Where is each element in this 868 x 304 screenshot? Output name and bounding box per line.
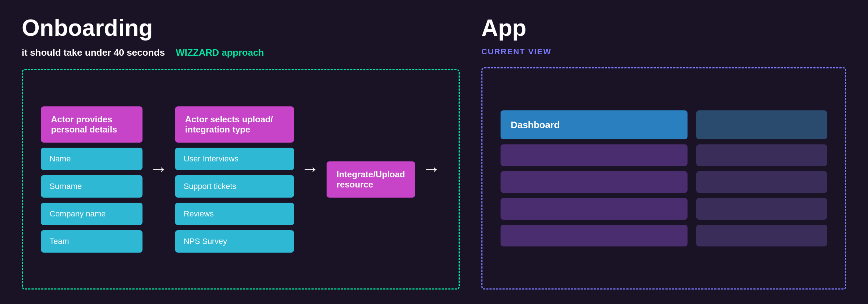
step3-header: Integrate/Upload resource bbox=[327, 161, 415, 198]
app-item-3 bbox=[501, 198, 688, 220]
subtitle-text: it should take under 40 seconds bbox=[22, 47, 165, 58]
wizzard-text: WIZZARD approach bbox=[176, 47, 264, 58]
app-right-item-1 bbox=[696, 144, 827, 166]
app-right-item-3 bbox=[696, 198, 827, 220]
app-item-2 bbox=[501, 171, 688, 193]
app-item-4 bbox=[501, 225, 688, 246]
app-right-top bbox=[696, 110, 827, 139]
app-left-col: Dashboard bbox=[501, 110, 688, 246]
flow-steps: Actor provides personal details Name Sur… bbox=[41, 106, 441, 253]
app-section: App CURRENT VIEW Dashboard bbox=[481, 14, 846, 290]
onboarding-flow-box: Actor provides personal details Name Sur… bbox=[22, 69, 460, 290]
dashboard-box: Dashboard bbox=[501, 110, 688, 139]
app-content: Dashboard bbox=[501, 110, 827, 246]
app-title: App bbox=[481, 14, 846, 41]
app-right-item-2 bbox=[696, 171, 827, 193]
app-right-item-4 bbox=[696, 225, 827, 246]
arrow1: → bbox=[150, 158, 168, 179]
app-item-1 bbox=[501, 144, 688, 166]
current-view-label: CURRENT VIEW bbox=[481, 47, 846, 56]
arrow3: → bbox=[422, 158, 441, 179]
step1-item-company: Company name bbox=[41, 203, 142, 225]
step2-item-nps: NPS Survey bbox=[175, 230, 294, 253]
app-right-col bbox=[696, 110, 827, 246]
main-container: Onboarding it should take under 40 secon… bbox=[0, 0, 868, 304]
arrow2: → bbox=[301, 158, 319, 179]
step1-item-surname: Surname bbox=[41, 175, 142, 198]
step1-header: Actor provides personal details bbox=[41, 106, 142, 143]
subtitle-row: it should take under 40 seconds WIZZARD … bbox=[22, 47, 460, 58]
step2-column: Actor selects upload/ integration type U… bbox=[175, 106, 294, 253]
onboarding-section: Onboarding it should take under 40 secon… bbox=[22, 14, 460, 290]
step2-item-interviews: User Interviews bbox=[175, 148, 294, 170]
step2-header: Actor selects upload/ integration type bbox=[175, 106, 294, 143]
step1-item-team: Team bbox=[41, 230, 142, 253]
onboarding-title: Onboarding bbox=[22, 14, 460, 41]
step2-item-support: Support tickets bbox=[175, 175, 294, 198]
step1-column: Actor provides personal details Name Sur… bbox=[41, 106, 142, 253]
step1-item-name: Name bbox=[41, 148, 142, 170]
app-view-box: Dashboard bbox=[481, 67, 846, 290]
step2-item-reviews: Reviews bbox=[175, 203, 294, 225]
step3-column: Integrate/Upload resource bbox=[327, 161, 415, 198]
